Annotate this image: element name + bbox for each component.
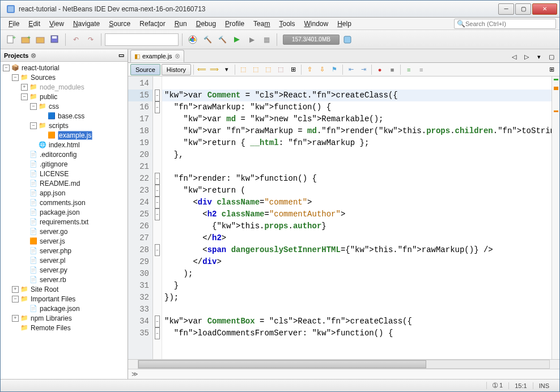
uncomment-button[interactable]: ≡ [415,64,427,75]
scroll-tabs-right-button[interactable]: ▷ [521,51,532,62]
run-button[interactable] [230,33,244,46]
collapse-icon[interactable]: − [30,103,37,110]
nav-forward-button[interactable]: ⟹ [209,64,220,75]
tree-item[interactable]: 📄README.md [1,178,128,188]
tree-item[interactable]: −📦react-tutorial [1,63,128,73]
menu-tools[interactable]: Tools [274,19,299,29]
project-tree[interactable]: −📦react-tutorial−📁Sources+📁node_modules−… [1,62,128,379]
fold-toggle[interactable]: − [155,173,160,185]
horizontal-scrollbar[interactable] [128,359,559,369]
close-button[interactable]: ✕ [532,3,557,15]
menu-view[interactable]: View [45,19,69,29]
collapse-icon[interactable]: − [12,296,19,302]
menu-help[interactable]: Help [333,19,356,29]
fold-toggle[interactable]: − [155,185,160,197]
tree-item[interactable]: 📄server.rb [1,275,128,284]
nav-dropdown[interactable]: ▾ [221,64,232,75]
menu-debug[interactable]: Debug [192,19,220,29]
search-input[interactable] [465,20,553,27]
panel-close-icon[interactable]: ⊗ [31,52,36,59]
macro-stop-button[interactable]: ■ [387,64,398,75]
tree-item[interactable]: −📁css [1,101,128,111]
tree-item[interactable]: 📄server.php [1,246,128,255]
macro-record-button[interactable]: ● [374,64,385,75]
gc-button[interactable] [341,33,354,46]
redo-button[interactable]: ↷ [84,33,97,46]
tree-item[interactable]: 📄package.json [1,304,128,313]
menu-edit[interactable]: Edit [24,19,45,29]
tabs-dropdown-button[interactable]: ▾ [533,51,545,62]
fold-toggle[interactable]: − [155,316,160,327]
collapse-icon[interactable]: − [12,74,19,81]
expand-icon[interactable]: + [21,84,28,91]
tree-item[interactable]: 📄server.py [1,265,128,275]
find-next-button[interactable]: ⬚ [262,64,274,75]
shift-left-button[interactable]: ⇤ [345,64,357,75]
line-gutter[interactable]: 1415161718192021222324252627282930313233… [128,76,153,359]
expand-icon[interactable]: + [12,315,19,322]
tree-item[interactable]: −📁Important Files [1,294,128,304]
fold-toggle[interactable]: − [155,327,160,339]
browser-button[interactable] [186,33,200,46]
nav-back-button[interactable]: ⟸ [196,64,207,75]
tree-item[interactable]: 📄LICENSE [1,169,128,178]
tree-item[interactable]: 🟧example.js [1,130,128,140]
toggle-highlight-button[interactable]: ⬚ [275,64,286,75]
tree-item[interactable]: 🟧server.js [1,236,128,246]
new-project-button[interactable]: ＋ [19,33,32,46]
fold-column[interactable]: −−−−−−−−− [153,76,162,359]
minimize-button[interactable]: ─ [498,3,514,15]
collapse-icon[interactable]: − [30,122,37,129]
tree-item[interactable]: +📁Site Root [1,284,128,294]
save-all-button[interactable] [48,33,62,46]
tree-item[interactable]: 📄server.pl [1,255,128,265]
menu-refactor[interactable]: Refactor [135,19,169,29]
find-prev-button[interactable]: ⬚ [250,64,261,75]
tree-item[interactable]: 📄comments.json [1,198,128,207]
fold-toggle[interactable]: − [155,244,160,256]
profile-button[interactable]: ▦ [260,33,273,46]
tree-item[interactable]: 🌐index.html [1,140,128,150]
source-view-button[interactable]: Source [130,64,160,75]
menu-team[interactable]: Team [249,19,274,29]
next-bookmark-button[interactable]: ⇩ [316,64,328,75]
fold-toggle[interactable]: − [155,208,160,220]
code-editor[interactable]: "kw">var Comment = "cls">React."fn">crea… [162,76,551,359]
notifications-indicator[interactable]: ➀ 1 [486,382,508,389]
scroll-tabs-left-button[interactable]: ◁ [508,51,520,62]
expand-icon[interactable]: + [12,286,19,293]
undo-button[interactable]: ↶ [69,33,83,46]
menu-file[interactable]: File [4,19,24,29]
fold-toggle[interactable]: − [155,197,160,208]
tree-item[interactable]: 📁Remote Files [1,323,128,333]
menu-window[interactable]: Window [299,19,333,29]
toggle-bookmark-button[interactable]: ⚑ [329,64,340,75]
new-file-button[interactable]: ＋ [4,33,18,46]
clean-build-button[interactable]: 🔨 [215,33,229,46]
tree-item[interactable]: −📁public [1,92,128,101]
collapse-icon[interactable]: − [3,65,10,71]
editor-tab-example[interactable]: ◧ example.js ⊗ [130,50,184,62]
tree-item[interactable]: −📁Sources [1,73,128,82]
fold-toggle[interactable]: − [155,101,160,113]
debug-button[interactable]: ▶ [245,33,258,46]
panel-minimize-icon[interactable]: ▭ [118,52,124,59]
tree-item[interactable]: −📁scripts [1,121,128,130]
split-editor-button[interactable]: ⊞ [546,64,557,75]
tree-item[interactable]: 🟦base.css [1,111,128,121]
quick-search[interactable]: 🔍 [454,19,556,29]
tree-item[interactable]: 📄requirements.txt [1,217,128,227]
menu-profile[interactable]: Profile [220,19,249,29]
tree-item[interactable]: 📄.editorconfig [1,150,128,159]
maximize-button[interactable]: ▢ [515,3,531,15]
breadcrumb-bar[interactable]: ≫ [128,369,559,379]
tree-item[interactable]: 📄server.go [1,227,128,236]
tab-close-icon[interactable]: ⊗ [175,52,180,60]
tree-item[interactable]: +📁node_modules [1,82,128,92]
tree-item[interactable]: 📄app.json [1,188,128,198]
insert-mode[interactable]: INS [533,382,555,389]
maximize-editor-button[interactable]: ▢ [546,51,557,62]
open-project-button[interactable] [33,33,47,46]
tree-item[interactable]: +📁npm Libraries [1,313,128,323]
memory-gauge[interactable]: 157.3/401.0MB [283,35,340,45]
